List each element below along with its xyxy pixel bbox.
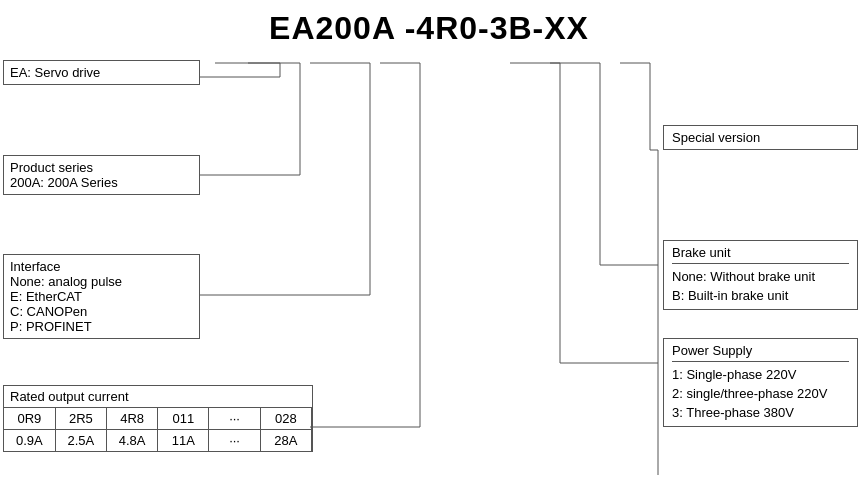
code-2R5: 2R5 xyxy=(55,408,106,430)
product-series-desc: 200A: 200A Series xyxy=(10,175,193,190)
interface-box: Interface None: analog pulse E: EtherCAT… xyxy=(3,254,200,339)
power-item-2: 2: single/three-phase 220V xyxy=(672,384,849,403)
val-2.5A: 2.5A xyxy=(55,430,106,452)
power-item-1: 1: Single-phase 220V xyxy=(672,365,849,384)
rated-values-row: 0.9A 2.5A 4.8A 11A ··· 28A xyxy=(4,430,312,452)
product-series-box: Product series 200A: 200A Series xyxy=(3,155,200,195)
brake-unit-box: Brake unit None: Without brake unit B: B… xyxy=(663,240,858,310)
interface-title: Interface xyxy=(10,259,193,274)
val-4.8A: 4.8A xyxy=(106,430,157,452)
product-series-title: Product series xyxy=(10,160,193,175)
page-title: EA200A -4R0-3B-XX xyxy=(0,0,858,55)
code-028: 028 xyxy=(260,408,311,430)
val-0.9A: 0.9A xyxy=(4,430,55,452)
interface-item-0: None: analog pulse xyxy=(10,274,193,289)
interface-item-3: P: PROFINET xyxy=(10,319,193,334)
val-28A: 28A xyxy=(260,430,311,452)
code-011: 011 xyxy=(158,408,209,430)
servo-drive-box: EA: Servo drive xyxy=(3,60,200,85)
power-item-3: 3: Three-phase 380V xyxy=(672,403,849,422)
val-11A: 11A xyxy=(158,430,209,452)
brake-item-none: None: Without brake unit xyxy=(672,267,849,286)
brake-item-b: B: Built-in brake unit xyxy=(672,286,849,305)
servo-drive-label: EA: Servo drive xyxy=(10,65,100,80)
interface-item-1: E: EtherCAT xyxy=(10,289,193,304)
code-4R8: 4R8 xyxy=(106,408,157,430)
rated-codes-row: 0R9 2R5 4R8 011 ··· 028 xyxy=(4,408,312,430)
code-dots: ··· xyxy=(209,408,260,430)
brake-unit-title: Brake unit xyxy=(672,245,849,264)
val-dots: ··· xyxy=(209,430,260,452)
rated-current-table: 0R9 2R5 4R8 011 ··· 028 0.9A 2.5A 4.8A 1… xyxy=(4,408,312,451)
power-supply-title: Power Supply xyxy=(672,343,849,362)
special-version-label: Special version xyxy=(672,130,849,145)
code-0R9: 0R9 xyxy=(4,408,55,430)
rated-current-box: Rated output current 0R9 2R5 4R8 011 ···… xyxy=(3,385,313,452)
power-supply-box: Power Supply 1: Single-phase 220V 2: sin… xyxy=(663,338,858,427)
interface-item-2: C: CANOPen xyxy=(10,304,193,319)
rated-current-title: Rated output current xyxy=(4,386,312,408)
special-version-box: Special version xyxy=(663,125,858,150)
